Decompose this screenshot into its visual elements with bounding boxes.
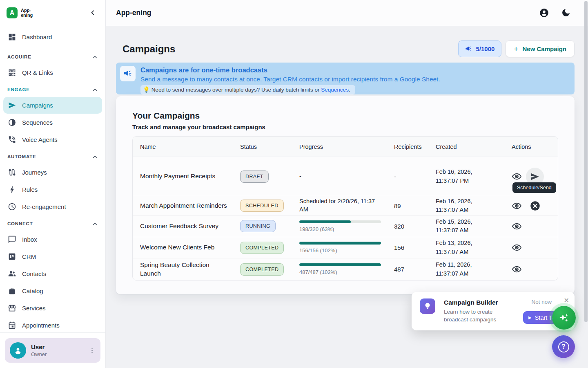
chevron-up-icon bbox=[92, 87, 98, 93]
campaign-quota-badge[interactable]: 5/1000 bbox=[458, 40, 501, 57]
storefront-icon bbox=[7, 304, 16, 313]
progress-label: 198/320 (63%) bbox=[299, 226, 394, 232]
eye-icon bbox=[512, 201, 522, 211]
cancel-button[interactable] bbox=[530, 200, 541, 211]
sparkles-icon bbox=[558, 312, 570, 324]
table-row: Welcome New Clients Feb COMPLETED 156/15… bbox=[133, 237, 558, 258]
progress-bar-fill bbox=[299, 263, 381, 266]
campaign-name: Spring Beauty Collection Launch bbox=[140, 261, 240, 277]
view-button[interactable] bbox=[512, 171, 522, 182]
help-fab[interactable]: ? bbox=[552, 335, 575, 358]
row-actions bbox=[508, 237, 558, 258]
sidebar-item-qr-links[interactable]: QR & Links bbox=[3, 64, 102, 81]
banner-body: Campaigns are for one-time broadcasts Se… bbox=[140, 65, 440, 94]
campaigns-table: Name Status Progress Recipients Created … bbox=[132, 136, 558, 280]
dark-mode-toggle[interactable] bbox=[561, 8, 571, 18]
row-actions: Schedule/Send bbox=[508, 157, 558, 196]
status-badge: SCHEDULED bbox=[240, 200, 284, 212]
banner-megaphone-box bbox=[120, 66, 136, 81]
sidebar-item-re-engagement[interactable]: Re-engagement bbox=[3, 198, 102, 215]
send-icon bbox=[7, 101, 16, 110]
created-value: Feb 11, 2026, 11:37:07 AM bbox=[436, 260, 508, 278]
status-badge: DRAFT bbox=[240, 171, 269, 183]
status-badge: COMPLETED bbox=[240, 242, 284, 254]
sidebar-section-connect[interactable]: CONNECT bbox=[3, 216, 102, 231]
sidebar-item-inbox[interactable]: Inbox bbox=[3, 231, 102, 248]
recipients-value: 89 bbox=[394, 202, 436, 209]
eye-icon bbox=[512, 242, 522, 253]
topbar-icons bbox=[539, 8, 571, 18]
app-logo[interactable]: A App- ening bbox=[7, 7, 33, 18]
view-button[interactable] bbox=[512, 264, 522, 274]
lightning-bolt-icon bbox=[7, 185, 16, 194]
app-screen: A App- ening Dashboard ACQUIRE bbox=[0, 0, 588, 368]
logo-wordmark: App- ening bbox=[21, 8, 33, 18]
sidebar-header: A App- ening bbox=[0, 0, 105, 26]
banner-title: Campaigns are for one-time broadcasts bbox=[140, 66, 440, 74]
question-mark-icon: ? bbox=[558, 341, 569, 352]
info-banner: Campaigns are for one-time broadcasts Se… bbox=[116, 63, 575, 94]
progress-cell: 487/487 (102%) bbox=[299, 263, 394, 275]
card-title: Your Campaigns bbox=[132, 111, 558, 121]
user-card[interactable]: User Owner bbox=[5, 338, 100, 363]
sidebar-item-label: CRM bbox=[22, 253, 36, 260]
scrollbar-thumb[interactable] bbox=[584, 1, 588, 322]
sequences-link[interactable]: Sequences bbox=[321, 87, 349, 93]
close-icon: ✕ bbox=[564, 297, 569, 304]
created-value: Feb 16, 2026, 11:37:07 PM bbox=[436, 168, 508, 185]
sidebar-section-engage[interactable]: ENGAGE bbox=[3, 82, 102, 97]
sidebar-item-rules[interactable]: Rules bbox=[3, 181, 102, 198]
megaphone-icon bbox=[465, 45, 472, 52]
account-button[interactable] bbox=[539, 8, 549, 18]
ai-assistant-fab[interactable] bbox=[552, 306, 576, 330]
content-area: Campaigns 5/1000 + New Campaign bbox=[106, 26, 588, 368]
sidebar-item-journeys[interactable]: Journeys bbox=[3, 164, 102, 181]
eye-icon bbox=[512, 221, 522, 231]
created-value: Feb 13, 2026, 11:37:07 AM bbox=[436, 239, 508, 256]
sidebar-divider bbox=[0, 48, 105, 48]
campaign-name: Monthly Payment Receipts bbox=[140, 172, 240, 180]
sidebar-section-automate[interactable]: AUTOMATE bbox=[3, 149, 102, 164]
view-button[interactable] bbox=[512, 221, 522, 231]
sidebar-item-label: Appointments bbox=[22, 322, 60, 329]
sidebar-item-label: Rules bbox=[22, 186, 38, 193]
user-role: Owner bbox=[31, 351, 47, 357]
sidebar-item-label: Journeys bbox=[22, 169, 47, 176]
not-now-button[interactable]: Not now bbox=[531, 299, 552, 305]
new-campaign-button[interactable]: + New Campaign bbox=[506, 40, 575, 57]
user-menu-button[interactable] bbox=[89, 347, 96, 354]
user-avatar bbox=[10, 342, 26, 359]
progress-label: 156/156 (102%) bbox=[299, 247, 394, 254]
progress-value: Scheduled for 2/20/26, 11:37 AM bbox=[299, 197, 394, 213]
eye-icon bbox=[512, 171, 522, 182]
table-row: Spring Beauty Collection Launch COMPLETE… bbox=[133, 258, 558, 280]
recipients-value: 487 bbox=[394, 266, 436, 273]
view-button[interactable] bbox=[512, 242, 522, 253]
sidebar-item-label: Re-engagement bbox=[22, 203, 66, 210]
sidebar-item-catalog[interactable]: Catalog bbox=[3, 283, 102, 299]
progress-bar-fill bbox=[299, 220, 351, 223]
chevron-left-icon bbox=[89, 9, 97, 17]
sidebar-item-services[interactable]: Services bbox=[3, 300, 102, 316]
progress-bar bbox=[299, 263, 381, 266]
close-button[interactable]: ✕ bbox=[564, 296, 569, 304]
route-icon bbox=[7, 168, 16, 177]
progress-label: 487/487 (102%) bbox=[299, 269, 394, 275]
sidebar-item-sequences[interactable]: Sequences bbox=[3, 114, 102, 131]
sidebar-section-acquire[interactable]: ACQUIRE bbox=[3, 49, 102, 64]
chat-bubble-icon bbox=[7, 235, 16, 244]
table-header-row: Name Status Progress Recipients Created … bbox=[133, 137, 558, 157]
sidebar-item-voice-agents[interactable]: Voice Agents bbox=[3, 131, 102, 148]
sidebar-collapse-button[interactable] bbox=[88, 9, 97, 18]
sidebar-item-contacts[interactable]: Contacts bbox=[3, 265, 102, 282]
sidebar-item-appointments[interactable]: Appointments bbox=[3, 317, 102, 332]
sidebar-item-dashboard[interactable]: Dashboard bbox=[3, 29, 102, 45]
sidebar-item-campaigns[interactable]: Campaigns bbox=[3, 97, 102, 114]
sidebar-item-crm[interactable]: CRM bbox=[3, 248, 102, 265]
sidebar-item-label: Sequences bbox=[22, 119, 53, 126]
megaphone-icon bbox=[123, 69, 132, 78]
sidebar-item-label: Services bbox=[22, 305, 46, 312]
campaign-builder-popup: Campaign Builder Learn how to create bro… bbox=[412, 292, 575, 330]
status-badge: COMPLETED bbox=[240, 263, 284, 276]
view-button[interactable] bbox=[512, 201, 522, 211]
